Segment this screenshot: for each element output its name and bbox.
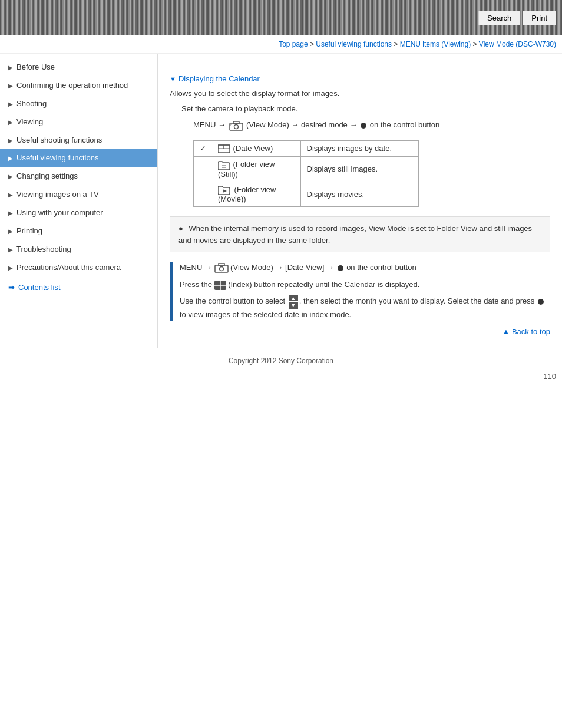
copyright: Copyright 2012 Sony Corporation <box>0 348 562 370</box>
section-title-link[interactable]: Displaying the Calendar <box>178 74 260 83</box>
svg-point-13 <box>219 266 223 271</box>
bullet-icon: ● <box>178 224 183 233</box>
circle-icon <box>361 123 366 129</box>
page-number: 110 <box>0 370 562 383</box>
svg-marker-10 <box>223 189 227 193</box>
sidebar: ▶ Before Use ▶ Confirming the operation … <box>0 54 158 348</box>
blue-para3: Use the control button to select ▲ ▼ , t… <box>180 295 550 321</box>
sidebar-label: Before Use <box>16 62 55 73</box>
search-button[interactable]: Search <box>478 11 520 25</box>
breadcrumb-menu-items[interactable]: MENU items (Viewing) <box>400 40 471 48</box>
header: Search Print <box>0 0 562 35</box>
sidebar-item-before-use[interactable]: ▶ Before Use <box>0 58 157 77</box>
blue-para1: MENU → (View Mode) → [Date View] → on th… <box>180 262 550 274</box>
section-title: ▼ Displaying the Calendar <box>170 74 550 83</box>
sidebar-item-viewing-tv[interactable]: ▶ Viewing images on a TV <box>0 186 157 204</box>
contents-arrow-icon: ➡ <box>8 283 15 292</box>
sidebar-item-viewing[interactable]: ▶ Viewing <box>0 113 157 131</box>
arrow-icon: ▶ <box>8 173 13 180</box>
sidebar-label: Shooting <box>16 99 47 109</box>
arrow-icon: ▶ <box>8 191 13 199</box>
arrow-icon: ▶ <box>8 82 13 90</box>
arrow-icon: ▶ <box>8 246 13 253</box>
description-para1: Allows you to select the display format … <box>170 88 550 100</box>
sidebar-label: Using with your computer <box>16 208 103 218</box>
arrow-icon: ▶ <box>8 209 13 217</box>
desc-cell-movie: Displays movies. <box>300 182 418 207</box>
svg-point-2 <box>234 124 238 129</box>
blue-bar <box>170 262 173 321</box>
arrow-icon: ▶ <box>8 64 13 71</box>
desc-cell-still: Displays still images. <box>300 157 418 182</box>
back-to-top-link[interactable]: ▲ Back to top <box>502 327 550 336</box>
sidebar-item-shooting[interactable]: ▶ Shooting <box>0 95 157 113</box>
svg-rect-12 <box>219 263 224 266</box>
sidebar-item-confirming[interactable]: ▶ Confirming the operation method <box>0 77 157 95</box>
table-row: (Folder view (Still)) Displays still ima… <box>194 157 419 182</box>
icon-cell-folder-still: (Folder view (Still)) <box>212 157 300 182</box>
table-row: (Folder view (Movie)) Displays movies. <box>194 182 419 207</box>
table-row: ✓ ▬ (Date View) Displays images by date. <box>194 140 419 157</box>
sidebar-item-computer[interactable]: ▶ Using with your computer <box>0 204 157 222</box>
svg-text:P: P <box>230 123 232 126</box>
sidebar-label: Viewing images on a TV <box>16 190 99 200</box>
note-text: When the internal memory is used to reco… <box>178 224 532 245</box>
svg-rect-1 <box>233 121 239 124</box>
note-box: ● When the internal memory is used to re… <box>170 216 550 252</box>
circle-icon2 <box>338 265 343 271</box>
triangle-icon: ▼ <box>170 75 176 83</box>
sidebar-label: Precautions/About this camera <box>16 263 121 273</box>
check-cell <box>194 157 213 182</box>
sidebar-label: Troubleshooting <box>16 245 71 255</box>
sidebar-label: Useful shooting functions <box>16 136 102 146</box>
sidebar-item-useful-shooting[interactable]: ▶ Useful shooting functions <box>0 131 157 150</box>
svg-rect-5 <box>218 145 224 149</box>
arrow-icon: ▶ <box>8 100 13 108</box>
sidebar-label: Confirming the operation method <box>16 81 128 91</box>
sidebar-item-useful-viewing[interactable]: ▶ Useful viewing functions <box>0 149 157 167</box>
sidebar-item-printing[interactable]: ▶ Printing <box>0 222 157 241</box>
circle-icon3 <box>538 299 544 305</box>
blue-para2: Press the (Index) button repeatedly unti… <box>180 279 550 291</box>
top-separator <box>170 67 550 67</box>
main-layout: ▶ Before Use ▶ Confirming the operation … <box>0 53 562 348</box>
menu-instruction: MENU → P (View Mode) → desired mode → on… <box>193 118 550 133</box>
svg-text:▬: ▬ <box>220 144 223 144</box>
check-cell <box>194 182 213 207</box>
icon-cell-date: ▬ (Date View) <box>212 140 300 157</box>
breadcrumb-useful-viewing[interactable]: Useful viewing functions <box>316 40 392 48</box>
back-to-top: ▲ Back to top <box>170 327 550 336</box>
breadcrumb-view-mode[interactable]: View Mode (DSC-W730) <box>479 40 556 48</box>
svg-rect-6 <box>224 145 230 149</box>
arrow-icon: ▶ <box>8 137 13 144</box>
view-mode-icon: P <box>229 118 243 133</box>
breadcrumb: Top page > Useful viewing functions > ME… <box>0 35 562 53</box>
icon-cell-folder-movie: (Folder view (Movie)) <box>212 182 300 207</box>
arrow-icon: ▶ <box>8 228 13 235</box>
sidebar-item-changing[interactable]: ▶ Changing settings <box>0 167 157 186</box>
contents-list-label: Contents list <box>18 283 61 292</box>
blue-section: MENU → (View Mode) → [Date View] → on th… <box>170 262 550 321</box>
arrow-icon: ▶ <box>8 154 13 162</box>
sidebar-item-troubleshooting[interactable]: ▶ Troubleshooting <box>0 241 157 259</box>
sidebar-label: Viewing <box>16 117 43 127</box>
desc-cell-date: Displays images by date. <box>300 140 418 157</box>
arrow-icon: ▶ <box>8 118 13 126</box>
sidebar-label: Changing settings <box>16 172 78 182</box>
main-content: ▼ Displaying the Calendar Allows you to … <box>158 54 562 348</box>
sidebar-label: Useful viewing functions <box>16 153 98 163</box>
print-button[interactable]: Print <box>523 11 556 25</box>
view-mode-table: ✓ ▬ (Date View) Displays images by date. <box>193 140 419 207</box>
sidebar-label: Printing <box>16 226 42 236</box>
description-para2: Set the camera to playback mode. <box>181 103 550 115</box>
check-cell: ✓ <box>194 140 213 157</box>
arrow-icon: ▶ <box>8 264 13 272</box>
blue-content: MENU → (View Mode) → [Date View] → on th… <box>180 262 550 321</box>
breadcrumb-top[interactable]: Top page <box>279 40 308 48</box>
sidebar-item-precautions[interactable]: ▶ Precautions/About this camera <box>0 259 157 277</box>
contents-list-link[interactable]: ➡ Contents list <box>0 277 157 298</box>
